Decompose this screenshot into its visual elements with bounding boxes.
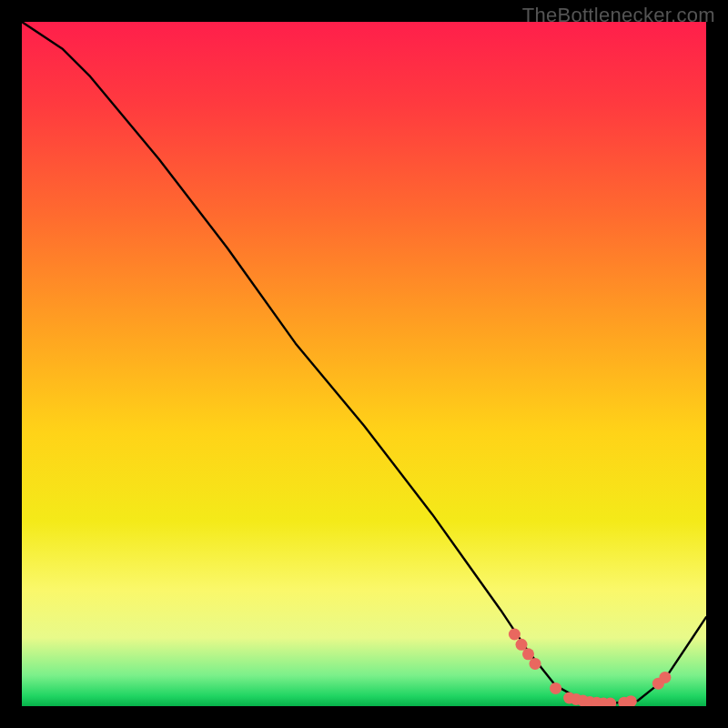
- marker-dot: [530, 658, 541, 670]
- marker-dot: [550, 682, 561, 694]
- marker-dot: [509, 629, 521, 641]
- marker-dot: [516, 639, 528, 651]
- plot-area: [22, 22, 706, 706]
- marker-dot: [522, 648, 534, 660]
- marker-dot: [659, 672, 671, 683]
- chart-svg: [22, 22, 706, 706]
- gradient-background: [22, 22, 706, 706]
- chart-frame: TheBottlenecker.com: [0, 0, 728, 728]
